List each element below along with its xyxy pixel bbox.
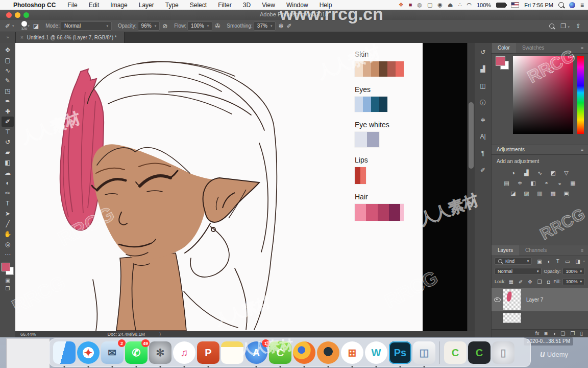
filter-type-icon[interactable]: T (556, 259, 559, 264)
vibrance-icon[interactable]: ▽ (562, 169, 571, 176)
palette-swatch[interactable] (387, 61, 396, 77)
menu-layer[interactable]: Layer (133, 2, 160, 9)
toolbar-collapse-icon[interactable]: » (0, 32, 16, 43)
lasso-tool[interactable]: ∿ (2, 65, 14, 76)
character-panel-icon[interactable]: A| (477, 130, 489, 143)
saturation-brightness-field[interactable] (513, 56, 573, 134)
display-icon[interactable]: ▢ (427, 0, 432, 10)
notification-center-icon[interactable]: ≡ (580, 2, 584, 9)
menu-3d[interactable]: 3D (237, 2, 256, 9)
menu-filter[interactable]: Filter (212, 2, 237, 9)
curves-icon[interactable]: ∿ (535, 169, 544, 176)
hue-saturation-icon[interactable]: ▤ (502, 179, 511, 187)
palette-swatch[interactable] (396, 61, 404, 77)
new-layer-icon[interactable]: ❐ (571, 331, 575, 336)
exposure-icon[interactable]: ◩ (549, 169, 557, 176)
document-tab[interactable]: × Untitled-1 @ 66.4% (Layer 7, RGB/8*) * (16, 32, 125, 43)
dock-camtasia[interactable]: C (269, 341, 291, 364)
posterize-icon[interactable]: ▨ (522, 190, 531, 197)
dock-preview[interactable]: ◫ (413, 341, 435, 364)
navigator-panel-icon[interactable]: ◫ (477, 80, 489, 92)
foreground-color-swatch[interactable] (2, 263, 10, 271)
document-canvas[interactable]: SkinEyesEye whitesLipsHair (15, 43, 423, 331)
black-white-icon[interactable]: ◧ (529, 179, 537, 187)
dock-trash[interactable]: ▯ (492, 341, 514, 364)
red-app-icon[interactable]: ■ (409, 0, 412, 10)
zoom-level-field[interactable]: 66.44% (20, 332, 36, 337)
smoothing-options-gear-icon[interactable]: ✻ (278, 22, 283, 30)
layer-name[interactable]: Layer 7 (526, 297, 543, 303)
invert-icon[interactable]: ◪ (509, 190, 518, 197)
clone-stamp-tool[interactable]: ⊤ (2, 127, 14, 137)
photo-filter-icon[interactable]: ◓ (542, 179, 551, 187)
palette-swatch[interactable] (400, 204, 404, 221)
lock-position-icon[interactable]: ✥ (528, 279, 532, 285)
tab-layers[interactable]: Layers (492, 245, 519, 256)
palette-swatch[interactable] (360, 167, 366, 184)
dock-app-store[interactable]: A1 (245, 341, 267, 364)
brush-preset-picker[interactable]: 320 (21, 21, 28, 31)
layer-row-selected[interactable]: Layer 7 (492, 288, 588, 311)
layer-thumbnail[interactable] (503, 313, 521, 323)
palette-swatch[interactable] (371, 97, 379, 112)
panel-menu-icon[interactable]: ≡ (581, 145, 584, 154)
drag-dots-icon[interactable]: ∴ (458, 0, 461, 10)
app-grid-icon[interactable]: ❖ (399, 0, 404, 10)
properties-panel-icon[interactable]: ≑ (477, 113, 489, 126)
histogram-panel-icon[interactable]: ▟ (477, 63, 489, 75)
palette-swatch[interactable] (379, 97, 387, 112)
delete-layer-icon[interactable]: ▯ (580, 331, 583, 336)
smudge-tool[interactable]: ☁ (2, 168, 14, 178)
palette-swatch[interactable] (355, 167, 360, 184)
layer-fill-select[interactable]: 100% ▾ (562, 278, 585, 285)
menu-clock[interactable]: Fri 7:56 PM (524, 2, 553, 8)
toggle-brush-settings-icon[interactable]: ◪ (33, 22, 39, 30)
status-chevron-icon[interactable]: ⟩ (159, 332, 161, 337)
menu-type[interactable]: Type (160, 2, 184, 9)
selective-color-icon[interactable]: ▣ (562, 190, 571, 197)
filter-pin-icon[interactable]: ◦ (583, 259, 585, 264)
airplay-icon[interactable]: ⏏ (448, 0, 453, 10)
sync-icon[interactable]: ◍ (417, 0, 422, 10)
layer-style-icon[interactable]: fx (535, 331, 540, 336)
palette-swatch[interactable] (355, 61, 363, 77)
dock-facetime[interactable]: ✆49 (125, 341, 148, 364)
hand-tool[interactable]: ✋ (2, 229, 14, 239)
pressure-opacity-icon[interactable]: ⊘ (162, 22, 167, 30)
airbrush-icon[interactable]: ✇ (215, 22, 220, 30)
filter-shape-icon[interactable]: ▭ (565, 259, 570, 264)
palette-swatch[interactable] (355, 204, 366, 221)
wifi-icon[interactable]: ◠ (467, 0, 472, 10)
palette-swatch[interactable] (366, 204, 377, 221)
search-icon[interactable] (549, 24, 554, 29)
palette-swatch[interactable] (379, 61, 387, 77)
info-panel-icon[interactable]: ⓘ (477, 97, 489, 109)
brightness-contrast-icon[interactable]: ◑ (509, 169, 518, 176)
type-tool[interactable]: T (2, 198, 14, 209)
palette-swatch[interactable] (378, 204, 389, 221)
zoom-tool[interactable]: ◎ (2, 239, 14, 249)
close-tab-icon[interactable]: × (20, 35, 23, 40)
palette-swatch[interactable] (389, 204, 400, 221)
quick-selection-tool[interactable]: ✎ (2, 76, 14, 86)
more-tool[interactable]: ⋯ (2, 249, 14, 260)
brush-settings-panel-icon[interactable]: ✐ (477, 164, 489, 176)
workspace-switcher-icon[interactable]: ❐ ▾ (560, 22, 570, 30)
brush-tool[interactable]: ✐ (2, 117, 14, 127)
history-brush-tool[interactable]: ↺ (2, 137, 14, 147)
palette-swatch[interactable] (355, 97, 363, 112)
filter-adjustment-icon[interactable]: ◐ (548, 259, 551, 264)
layer-thumbnail[interactable] (503, 289, 521, 310)
record-icon[interactable]: ◉ (437, 0, 443, 10)
dock-system-preferences[interactable]: ✻ (149, 341, 172, 364)
dock-camtasia-video-file[interactable]: C (468, 341, 491, 364)
color-picker-cursor[interactable] (549, 67, 554, 73)
menu-file[interactable]: File (62, 2, 83, 9)
siri-icon[interactable] (569, 2, 575, 8)
color-lookup-icon[interactable]: ▦ (569, 179, 577, 187)
lock-artboard-icon[interactable]: ❐ (537, 279, 542, 285)
pressure-size-icon[interactable]: ✐ (286, 22, 291, 30)
menu-window[interactable]: Window (281, 2, 314, 9)
dock-photoshop[interactable]: Ps (389, 341, 411, 364)
levels-icon[interactable]: ▟ (522, 169, 531, 176)
